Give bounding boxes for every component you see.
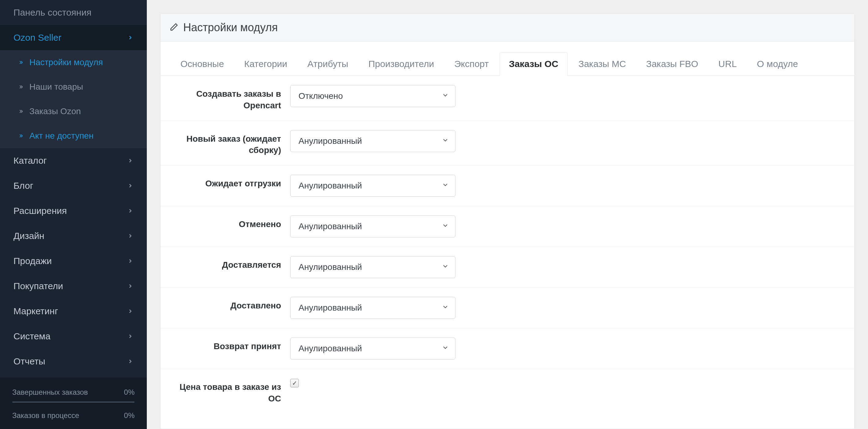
tab[interactable]: Заказы МС	[569, 52, 635, 76]
sidebar-sub-label: Настройки модуля	[29, 58, 103, 67]
tab[interactable]: Производители	[359, 52, 443, 76]
chevron-right-icon	[127, 231, 133, 241]
sidebar-item-label: Блог	[13, 181, 127, 191]
form-label: Отменено	[171, 215, 290, 230]
sidebar-item[interactable]: Каталог	[0, 148, 147, 173]
sidebar-stats-footer: Завершенных заказов 0% Заказов в процесс…	[0, 377, 147, 429]
form-row: ДоставленоАнулированный	[161, 288, 854, 328]
sidebar-item[interactable]: Покупатели	[0, 274, 147, 299]
tab[interactable]: Основные	[171, 52, 234, 76]
sidebar-item[interactable]: Отчеты	[0, 349, 147, 374]
chevron-right-icon	[127, 206, 133, 216]
form-row: Ожидает отгрузкиАнулированный	[161, 165, 854, 206]
select-dropdown[interactable]: Анулированный	[290, 175, 456, 197]
form-row: ДоставляетсяАнулированный	[161, 247, 854, 288]
form-row: Возврат принятАнулированный	[161, 328, 854, 369]
stats-value: 0%	[124, 388, 134, 397]
form-label: Доставляется	[171, 256, 290, 271]
form-control: Анулированный	[290, 338, 844, 360]
sidebar-item-ozon-seller[interactable]: Ozon Seller	[0, 25, 147, 50]
form-label: Ожидает отгрузки	[171, 175, 290, 189]
chevron-down-icon	[442, 91, 449, 101]
form-control: Анулированный	[290, 297, 844, 319]
main-content: Настройки модуля ОсновныеКатегорииАтрибу…	[147, 0, 868, 429]
stats-progress-bar	[12, 401, 134, 403]
sidebar-item[interactable]: Система	[0, 324, 147, 349]
sidebar-item-label: Маркетинг	[13, 306, 127, 316]
stats-row: Завершенных заказов 0%	[12, 385, 134, 400]
sidebar-sub-label: Заказы Ozon	[29, 106, 81, 116]
select-dropdown[interactable]: Анулированный	[290, 215, 456, 238]
sidebar-item[interactable]: Блог	[0, 173, 147, 198]
chevron-down-icon	[442, 344, 449, 354]
sidebar-sub-label: Наши товары	[29, 82, 83, 92]
form-label: Цена товара в заказе из ОС	[171, 378, 290, 404]
form-row: ОтмененоАнулированный	[161, 206, 854, 247]
select-dropdown[interactable]: Анулированный	[290, 130, 456, 152]
chevron-right-icon	[127, 32, 133, 43]
tab[interactable]: Категории	[235, 52, 297, 76]
select-value: Анулированный	[299, 181, 362, 191]
form-label: Новый заказ (ожидает сборку)	[171, 130, 290, 156]
tab[interactable]: Экспорт	[445, 52, 498, 76]
sidebar-sub-item[interactable]: Настройки модуля	[0, 50, 147, 75]
form-row: Создавать заказы в OpencartОтключено	[161, 76, 854, 121]
checkbox[interactable]: ✓	[290, 379, 299, 388]
double-chevron-right-icon	[18, 131, 24, 141]
form-row: Цена товара в заказе из ОС✓	[161, 369, 854, 414]
select-value: Анулированный	[299, 344, 362, 354]
select-value: Анулированный	[299, 303, 362, 313]
double-chevron-right-icon	[18, 82, 24, 92]
form-row: Новый заказ (ожидает сборку)Анулированны…	[161, 121, 854, 166]
stats-value: 0%	[124, 411, 134, 420]
sidebar-sub-item[interactable]: Акт не доступен	[0, 124, 147, 148]
sidebar-item[interactable]: Маркетинг	[0, 299, 147, 324]
form-control: Отключено	[290, 85, 844, 107]
sidebar-section-title-text: Панель состояния	[13, 7, 133, 18]
sidebar-sub-item[interactable]: Наши товары	[0, 75, 147, 99]
tabs-bar: ОсновныеКатегорииАтрибутыПроизводителиЭк…	[161, 41, 854, 76]
sidebar-item-label: Отчеты	[13, 356, 127, 367]
select-value: Анулированный	[299, 262, 362, 272]
double-chevron-right-icon	[18, 106, 24, 116]
settings-form: Создавать заказы в OpencartОтключеноНовы…	[161, 76, 854, 426]
sidebar-item[interactable]: Продажи	[0, 248, 147, 274]
sidebar-item-label: Дизайн	[13, 231, 127, 241]
chevron-down-icon	[442, 221, 449, 231]
sidebar-item-label: Расширения	[13, 206, 127, 216]
sidebar-sub-item[interactable]: Заказы Ozon	[0, 99, 147, 124]
sidebar: Панель состояния Ozon Seller Настройки м…	[0, 0, 147, 429]
stats-row: Заказов в процессе 0%	[12, 408, 134, 423]
select-dropdown[interactable]: Анулированный	[290, 297, 456, 319]
select-dropdown[interactable]: Анулированный	[290, 256, 456, 278]
sidebar-item[interactable]: Расширения	[0, 198, 147, 223]
tab[interactable]: Атрибуты	[298, 52, 358, 76]
sidebar-section-title: Панель состояния	[0, 0, 147, 25]
form-control: Анулированный	[290, 215, 844, 238]
panel-header: Настройки модуля	[161, 14, 854, 41]
chevron-right-icon	[127, 306, 133, 316]
chevron-right-icon	[127, 155, 133, 166]
select-dropdown[interactable]: Отключено	[290, 85, 456, 107]
tab[interactable]: О модуле	[747, 52, 807, 76]
tab[interactable]: Заказы ОС	[499, 52, 568, 76]
form-control: Анулированный	[290, 256, 844, 278]
sidebar-sub-label: Акт не доступен	[29, 131, 94, 141]
chevron-right-icon	[127, 181, 133, 191]
tab[interactable]: Заказы FBO	[637, 52, 708, 76]
chevron-right-icon	[127, 356, 133, 367]
sidebar-item-label: Система	[13, 331, 127, 341]
sidebar-item[interactable]: Дизайн	[0, 223, 147, 248]
select-value: Анулированный	[299, 221, 362, 231]
sidebar-item-label: Продажи	[13, 256, 127, 266]
form-control: ✓	[290, 378, 844, 388]
panel-title: Настройки модуля	[183, 21, 278, 34]
sidebar-item-label: Ozon Seller	[13, 32, 127, 43]
chevron-down-icon	[442, 136, 449, 146]
chevron-right-icon	[127, 331, 133, 341]
form-label: Доставлено	[171, 297, 290, 311]
select-dropdown[interactable]: Анулированный	[290, 338, 456, 360]
select-value: Отключено	[299, 91, 343, 101]
form-control: Анулированный	[290, 130, 844, 152]
tab[interactable]: URL	[709, 52, 746, 76]
